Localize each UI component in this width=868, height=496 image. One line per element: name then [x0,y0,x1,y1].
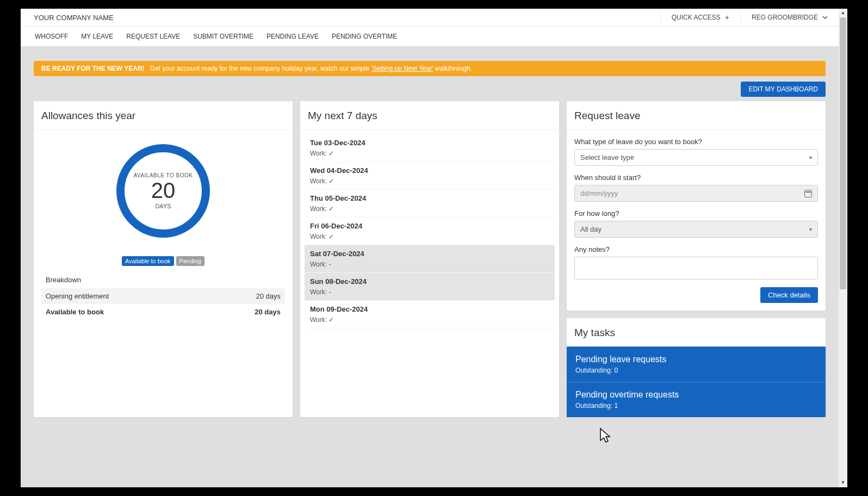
leave-type-select[interactable]: Select leave type ▾ [574,149,818,166]
banner-bold: BE READY FOR THE NEW YEAR! [41,65,145,72]
day-row[interactable]: Sun 08-Dec-2024Work: - [305,273,555,301]
banner-text-before: Get your account ready for the new compa… [150,65,371,72]
start-date-input[interactable]: dd/mm/yyyy [574,185,818,202]
calendar-icon [804,190,812,197]
leave-type-label: What type of leave do you want to book? [574,138,818,146]
duration-value: All day [580,225,602,233]
plus-icon: + [725,13,729,22]
check-details-button[interactable]: Check details [760,287,818,303]
task-title: Pending leave requests [575,355,817,364]
banner-link[interactable]: 'Setting up Next Year' [371,65,433,72]
nav-pending-leave[interactable]: PENDING LEAVE [260,27,325,46]
breakdown-value: 20 days [255,308,281,316]
allowance-donut-chart: AVAILABLE TO BOOK 20 DAYS [116,144,210,238]
day-work: Work: ✓ [310,177,549,185]
day-date: Wed 04-Dec-2024 [310,166,549,175]
request-leave-card: Request leave What type of leave do you … [567,101,826,311]
task-pending-leave[interactable]: Pending leave requests Outstanding: 0 [567,346,826,382]
next7-title: My next 7 days [300,101,559,130]
day-row[interactable]: Mon 09-Dec-2024Work: ✓ [305,301,555,328]
breakdown-label: Available to book [46,308,104,316]
day-date: Fri 06-Dec-2024 [310,222,549,230]
nav-pending-overtime[interactable]: PENDING OVERTIME [325,27,404,46]
leave-type-value: Select leave type [580,153,634,162]
mouse-cursor-icon [599,427,611,444]
breakdown-row: Opening entitlement 20 days [41,288,285,304]
announcement-banner: BE READY FOR THE NEW YEAR! Get your acco… [34,61,826,76]
day-work: Work: - [310,288,549,296]
scrollbar[interactable]: ▲ ▼ [839,9,847,487]
app-header: YOUR COMPANY NAME QUICK ACCESS + REG GRO… [21,9,839,27]
nav-request-leave[interactable]: REQUEST LEAVE [120,27,187,46]
chevron-down-icon [822,15,828,20]
allowances-card: Allowances this year AVAILABLE TO BOOK 2… [34,101,293,417]
legend-pending[interactable]: Pending [176,256,204,266]
user-menu[interactable]: REG GROOMBRIDGE [740,9,839,26]
user-name: REG GROOMBRIDGE [752,14,818,21]
main-nav: WHOSOFF MY LEAVE REQUEST LEAVE SUBMIT OV… [21,27,839,47]
my-tasks-card: My tasks Pending leave requests Outstand… [567,318,826,417]
day-work: Work: ✓ [310,205,549,213]
day-work: Work: ✓ [310,316,549,324]
start-date-placeholder: dd/mm/yyyy [580,189,618,197]
scrollbar-thumb[interactable] [840,17,846,289]
day-row[interactable]: Wed 04-Dec-2024Work: ✓ [305,162,555,190]
day-date: Mon 09-Dec-2024 [310,305,549,313]
allowances-title: Allowances this year [34,101,293,130]
chevron-down-icon: ▾ [809,226,812,232]
notes-textarea[interactable] [574,257,818,280]
tasks-title: My tasks [567,318,826,346]
day-row[interactable]: Tue 03-Dec-2024Work: ✓ [305,134,555,162]
nav-whosoff[interactable]: WHOSOFF [28,27,75,46]
nav-submit-overtime[interactable]: SUBMIT OVERTIME [187,27,260,46]
day-row[interactable]: Sat 07-Dec-2024Work: - [305,245,555,273]
donut-bottom-label: DAYS [155,203,171,209]
breakdown-title: Breakdown [41,268,285,288]
breakdown-value: 20 days [256,292,281,300]
task-sub: Outstanding: 0 [575,367,817,374]
nav-my-leave[interactable]: MY LEAVE [75,27,120,46]
day-work: Work: - [310,261,549,268]
day-date: Sat 07-Dec-2024 [310,250,549,258]
company-name: YOUR COMPANY NAME [21,14,660,22]
day-work: Work: ✓ [310,150,549,157]
quick-access-menu[interactable]: QUICK ACCESS + [660,9,740,26]
chevron-down-icon: ▾ [809,154,812,160]
task-sub: Outstanding: 1 [575,402,817,410]
breakdown-row: Available to book 20 days [41,304,285,320]
donut-top-label: AVAILABLE TO BOOK [134,172,193,178]
task-title: Pending overtime requests [575,390,817,400]
donut-value: 20 [151,178,176,203]
day-work: Work: ✓ [310,233,549,240]
next-7-days-card: My next 7 days Tue 03-Dec-2024Work: ✓Wed… [300,101,559,417]
start-date-label: When should it start? [574,173,818,182]
request-title: Request leave [567,101,826,130]
notes-label: Any notes? [574,245,818,253]
day-date: Tue 03-Dec-2024 [310,139,549,147]
day-date: Sun 08-Dec-2024 [310,277,549,286]
scrollbar-arrow-down-icon[interactable]: ▼ [840,480,846,486]
quick-access-label: QUICK ACCESS [672,14,721,21]
day-row[interactable]: Fri 06-Dec-2024Work: ✓ [305,218,555,245]
day-date: Thu 05-Dec-2024 [310,194,549,202]
duration-select[interactable]: All day ▾ [574,221,818,238]
edit-dashboard-button[interactable]: EDIT MY DASHBOARD [741,82,826,97]
scrollbar-arrow-up-icon[interactable]: ▲ [840,10,846,16]
duration-label: For how long? [574,209,818,218]
breakdown-label: Opening entitlement [46,292,109,300]
legend-available[interactable]: Available to book [122,256,174,266]
day-row[interactable]: Thu 05-Dec-2024Work: ✓ [305,190,555,218]
task-pending-overtime[interactable]: Pending overtime requests Outstanding: 1 [567,382,826,417]
banner-text-after: walkthrough. [433,65,472,72]
